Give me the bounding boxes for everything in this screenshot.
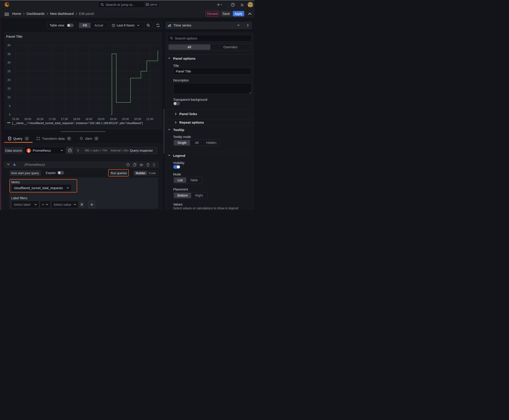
svg-text:17:00: 17:00 — [48, 118, 55, 121]
svg-text:10: 10 — [8, 96, 11, 99]
svg-text:30: 30 — [8, 61, 11, 64]
svg-text:16:00: 16:00 — [24, 118, 31, 121]
svg-text:18:30: 18:30 — [85, 118, 92, 121]
svg-text:?: ? — [232, 4, 233, 6]
svg-text:19:30: 19:30 — [109, 118, 116, 121]
svg-text:18:00: 18:00 — [73, 118, 80, 121]
svg-text:20:30: 20:30 — [134, 118, 141, 121]
svg-text:15:30: 15:30 — [12, 118, 19, 121]
svg-text:15: 15 — [8, 87, 11, 90]
svg-text:25: 25 — [8, 70, 11, 73]
svg-text:35: 35 — [8, 52, 11, 55]
svg-text:21:00: 21:00 — [146, 118, 153, 121]
svg-text:40: 40 — [8, 44, 11, 47]
svg-text:20: 20 — [8, 78, 11, 82]
svg-text:20:00: 20:00 — [122, 118, 129, 121]
svg-text:{__name__="cloudflared_tunnel_: {__name__="cloudflared_tunnel_total_requ… — [12, 121, 143, 125]
svg-text:19:00: 19:00 — [97, 118, 104, 121]
svg-text:16:30: 16:30 — [36, 118, 43, 121]
svg-text:17:30: 17:30 — [61, 118, 68, 121]
svg-text:0: 0 — [9, 113, 11, 116]
svg-text:5: 5 — [9, 104, 11, 107]
svg-text:?: ? — [128, 164, 129, 166]
svg-text:?: ? — [69, 149, 70, 152]
